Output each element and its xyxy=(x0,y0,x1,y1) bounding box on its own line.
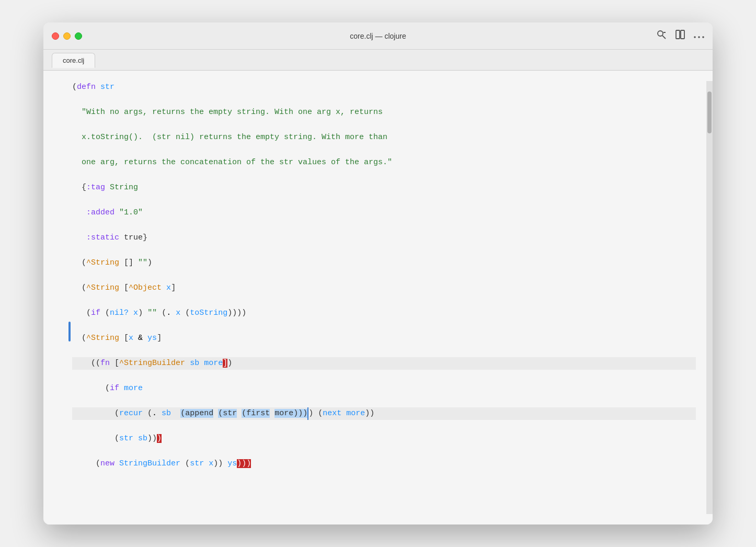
editor-window: core.clj — clojure xyxy=(43,22,713,525)
scrollbar[interactable] xyxy=(706,81,713,514)
window-title: core.clj — clojure xyxy=(350,32,406,40)
tab-label: core.clj xyxy=(63,56,84,64)
code-line-8: (^String [] "") xyxy=(72,257,696,269)
code-line-14: (recur (. sb (append (str (first more)))… xyxy=(72,407,696,420)
editor-area[interactable]: (defn str "With no args, returns the emp… xyxy=(43,71,713,525)
svg-point-4 xyxy=(694,36,696,38)
svg-rect-2 xyxy=(676,30,680,39)
code-line-3: x.toString(). (str nil) returns the empt… xyxy=(72,131,696,144)
code-line-16: (new StringBuilder (str x)) ys))) xyxy=(72,458,696,470)
more-options-icon[interactable] xyxy=(694,30,704,41)
search-icon[interactable] xyxy=(656,29,667,42)
code-line-6: :added "1.0" xyxy=(72,207,696,219)
file-tab[interactable]: core.clj xyxy=(52,53,95,68)
toolbar-actions xyxy=(656,29,704,42)
code-line-2: "With no args, returns the empty string.… xyxy=(72,106,696,119)
scrollbar-thumb[interactable] xyxy=(707,92,712,133)
svg-rect-3 xyxy=(681,30,684,39)
svg-point-6 xyxy=(702,36,704,38)
code-line-5: {:tag String xyxy=(72,181,696,194)
layout-icon[interactable] xyxy=(675,29,685,42)
svg-line-1 xyxy=(662,36,666,39)
svg-point-5 xyxy=(698,36,700,38)
line-gutter xyxy=(43,81,72,514)
minimize-button[interactable] xyxy=(63,32,71,40)
traffic-lights xyxy=(52,32,82,40)
code-line-13: (if more xyxy=(72,382,696,395)
code-line-1: (defn str xyxy=(72,81,696,94)
code-editor[interactable]: (defn str "With no args, returns the emp… xyxy=(72,81,706,514)
code-line-15: (str sb))) xyxy=(72,432,696,445)
code-line-11: (^String [x & ys] xyxy=(72,332,696,345)
code-line-12: ((fn [^StringBuilder sb more]) xyxy=(72,357,696,370)
title-bar: core.clj — clojure xyxy=(43,22,713,50)
code-line-4: one arg, returns the concatenation of th… xyxy=(72,156,696,169)
svg-point-0 xyxy=(658,31,663,36)
code-line-7: :static true} xyxy=(72,232,696,244)
tab-bar: core.clj xyxy=(43,50,713,71)
close-button[interactable] xyxy=(52,32,59,40)
maximize-button[interactable] xyxy=(75,32,82,40)
line-indicator xyxy=(68,322,71,341)
code-line-10: (if (nil? x) "" (. x (toString)))) xyxy=(72,307,696,320)
code-line-9: (^String [^Object x] xyxy=(72,282,696,294)
